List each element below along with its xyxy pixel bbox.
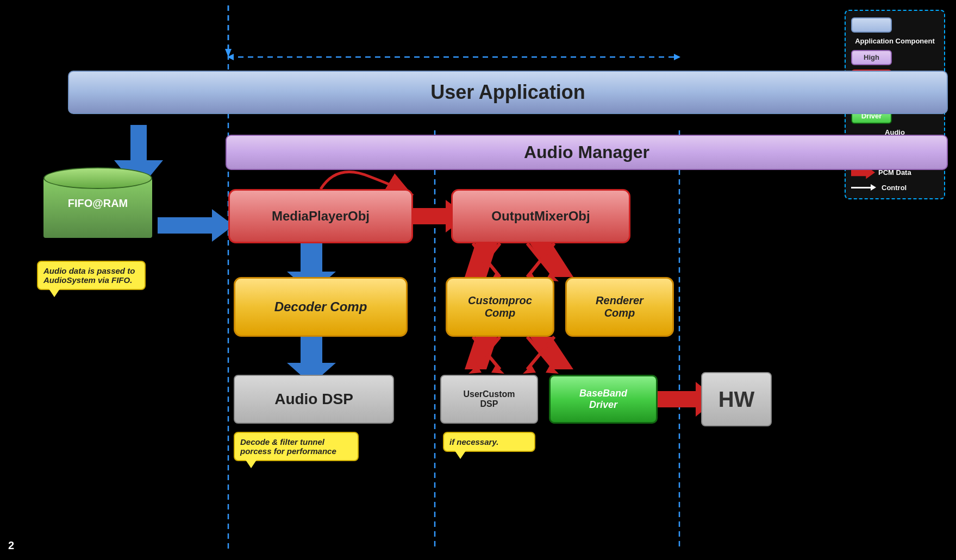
legend-high-row: High: [851, 50, 939, 65]
svg-marker-5: [674, 54, 680, 60]
fifo-note-text: Audio data is passed to AudioSystem via …: [43, 266, 135, 285]
svg-marker-9: [158, 209, 234, 238]
legend-control-label: Control: [882, 184, 907, 192]
usercustom-dsp-box: UserCustomDSP: [440, 375, 538, 424]
svg-marker-17: [465, 337, 497, 369]
fifo-note-bubble: Audio data is passed to AudioSystem via …: [37, 261, 146, 290]
customproc-comp-label: CustomprocComp: [468, 294, 532, 319]
svg-line-33: [473, 337, 500, 369]
decoder-comp-box: Decoder Comp: [234, 277, 408, 337]
media-player-obj-label: MediaPlayerObj: [272, 209, 370, 224]
hw-label: HW: [718, 387, 755, 412]
decoder-comp-label: Decoder Comp: [274, 299, 367, 314]
output-mixer-obj-label: OutputMixerObj: [491, 209, 590, 224]
svg-marker-7: [225, 49, 232, 57]
media-player-obj-box: MediaPlayerObj: [228, 189, 413, 243]
dsp-note-bubble: Decode & filter tunnel porcess for perfo…: [234, 432, 359, 461]
baseband-driver-box: BaseBandDriver: [549, 375, 658, 424]
renderer-comp-box: RendererComp: [565, 277, 674, 337]
svg-marker-10: [158, 209, 234, 242]
audio-dsp-box: Audio DSP: [234, 375, 394, 424]
dsp-note-text: Decode & filter tunnel porcess for perfo…: [240, 437, 336, 456]
hw-box: HW: [701, 372, 772, 426]
fifo-top: [43, 167, 152, 189]
user-application-label: User Application: [430, 81, 585, 104]
legend-control-row: Control: [851, 184, 939, 192]
page-number: 2: [8, 539, 14, 552]
svg-marker-32: [546, 365, 559, 374]
diagram-container: Application Component High Object Compon…: [0, 0, 956, 560]
legend-high-box: High: [851, 50, 892, 65]
customproc-comp-box: CustomprocComp: [446, 277, 554, 337]
usercustom-dsp-label: UserCustomDSP: [463, 389, 515, 409]
baseband-driver-label: BaseBandDriver: [579, 388, 627, 411]
svg-line-25: [473, 243, 500, 277]
svg-line-23: [527, 243, 554, 277]
fifo-cylinder: FIFO@RAM: [43, 167, 152, 249]
svg-line-29: [473, 337, 500, 369]
audio-dsp-label: Audio DSP: [274, 391, 353, 408]
legend-control-arrow: [851, 184, 876, 191]
legend-app-box: [851, 17, 892, 33]
output-mixer-obj-box: OutputMixerObj: [451, 189, 630, 243]
svg-line-31: [527, 337, 554, 369]
svg-marker-16: [530, 243, 573, 277]
legend-app-row: [851, 17, 939, 33]
necessary-note-bubble: if necessary.: [443, 432, 535, 452]
svg-marker-4: [227, 54, 234, 60]
svg-line-35: [527, 337, 554, 369]
audio-manager-bar: Audio Manager: [226, 135, 948, 170]
user-application-bar: User Application: [68, 71, 948, 114]
necessary-note-text: if necessary.: [449, 437, 498, 446]
svg-marker-19: [658, 388, 701, 414]
legend-app-label: Application Component: [851, 37, 939, 46]
svg-marker-18: [530, 337, 573, 369]
svg-line-27: [527, 243, 554, 277]
svg-marker-36: [523, 365, 536, 374]
fifo-label: FIFO@RAM: [43, 197, 152, 210]
renderer-comp-label: RendererComp: [596, 294, 643, 319]
svg-marker-30: [491, 365, 504, 374]
svg-line-21: [473, 243, 500, 277]
svg-marker-15: [465, 243, 497, 277]
audio-manager-label: Audio Manager: [524, 142, 649, 162]
svg-marker-34: [468, 365, 482, 374]
